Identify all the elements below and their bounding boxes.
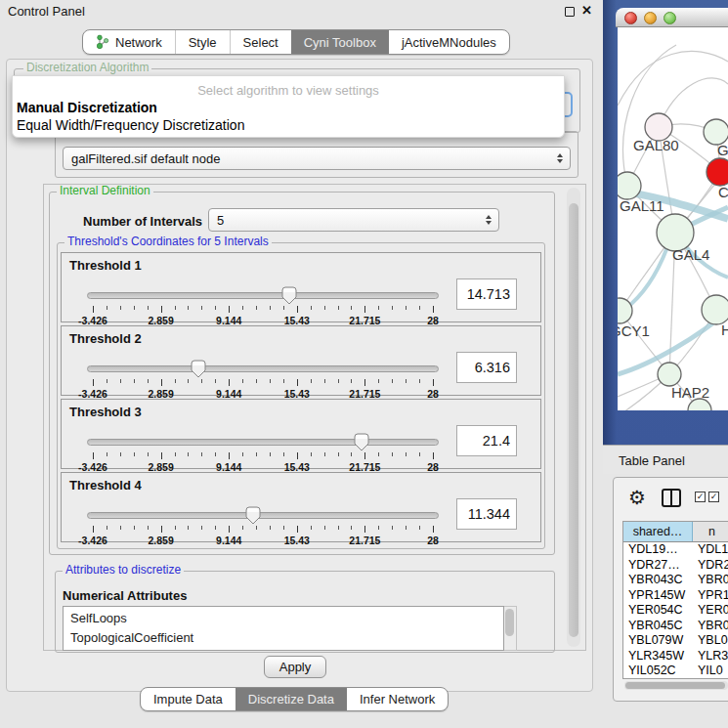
desktop-shadow (603, 0, 617, 445)
network-node[interactable] (707, 158, 728, 186)
threshold-slider[interactable]: -3.4262.8599.14415.4321.71528 (87, 502, 454, 541)
table-body: YDL19…YDL1YDR27…YDR2YBR043CYBR0YPR145WYP… (623, 542, 728, 679)
slider-track[interactable] (87, 512, 439, 519)
scrollbar-thumb[interactable] (505, 609, 514, 636)
tick-mark (93, 379, 94, 386)
scrollbar-thumb[interactable] (625, 682, 725, 689)
mac-zoom-icon[interactable] (664, 12, 676, 24)
threshold-value-field[interactable] (456, 425, 517, 456)
cell-name[interactable]: YBR0 (693, 619, 728, 634)
table-row[interactable]: YPR145WYPR1 (623, 588, 728, 604)
tick-mark (392, 526, 393, 530)
column-header-name[interactable]: n (693, 522, 728, 541)
cell-name[interactable]: YDR2 (693, 558, 728, 574)
tick-label: 21.715 (349, 535, 380, 546)
group-title-discretization-algorithm: Discretization Algorithm (23, 62, 151, 74)
tick-mark (161, 306, 162, 313)
settings-vertical-scrollbar[interactable] (567, 188, 580, 647)
slider-track[interactable] (87, 439, 439, 446)
tick-mark (134, 306, 135, 310)
table-row[interactable]: YDL19…YDL1 (623, 542, 728, 558)
cell-name[interactable]: YDL1 (693, 542, 728, 558)
cell-shared-name[interactable]: YDL19… (623, 542, 693, 558)
popup-option-equal-width-frequency[interactable]: Equal Width/Frequency Discretization (16, 117, 563, 133)
apply-button[interactable]: Apply (264, 656, 326, 678)
cell-name[interactable]: YBL0 (693, 633, 728, 649)
tab-discretize-data[interactable]: Discretize Data (236, 688, 347, 710)
table-row[interactable]: YLR345WYLR3 (623, 649, 728, 664)
tick-mark (419, 452, 420, 456)
cell-name[interactable]: YER0 (693, 603, 728, 619)
float-window-icon[interactable] (565, 7, 575, 17)
cell-shared-name[interactable]: YIL052C (623, 664, 693, 679)
network-canvas[interactable]: GAL80GACGAL11GAL4GCY1HHAP2 (618, 27, 728, 410)
threshold-value-field[interactable] (456, 352, 517, 383)
attribute-list-item[interactable]: BetweennessCentrality (64, 648, 503, 651)
threshold-value-field[interactable] (456, 278, 517, 310)
cell-shared-name[interactable]: YER054C (623, 603, 693, 619)
table-row[interactable]: YBR043CYBR0 (623, 573, 728, 588)
column-view-icon[interactable] (662, 489, 681, 507)
cell-shared-name[interactable]: YBR045C (623, 619, 693, 634)
tab-impute-data[interactable]: Impute Data (141, 688, 236, 710)
slider-thumb[interactable] (281, 286, 297, 305)
threshold-slider[interactable]: -3.4262.8599.14415.4321.71528 (87, 356, 454, 395)
table-row[interactable]: YER054CYER0 (623, 603, 728, 619)
cell-shared-name[interactable]: YBL079W (623, 633, 693, 649)
slider-thumb[interactable] (191, 360, 206, 378)
cell-name[interactable]: YIL0 (693, 664, 728, 679)
attributes-scrollbar[interactable] (504, 606, 517, 651)
threshold-slider[interactable]: -3.4262.8599.14415.4321.71528 (87, 282, 454, 321)
cell-name[interactable]: YLR3 (693, 649, 728, 664)
slider-thumb[interactable] (245, 506, 261, 525)
checkbox-icon-2[interactable]: ✓ (708, 492, 719, 502)
table-row[interactable]: YIL052CYIL0 (623, 664, 728, 679)
network-node[interactable] (618, 298, 632, 323)
tick-mark (201, 452, 202, 456)
tab-network[interactable]: Network (83, 30, 175, 54)
slider-thumb[interactable] (354, 433, 369, 451)
cell-name[interactable]: YBR0 (693, 573, 728, 588)
network-node[interactable] (618, 172, 641, 199)
tick-mark (270, 306, 271, 310)
cell-name[interactable]: YPR1 (693, 588, 728, 604)
tab-style[interactable]: Style (175, 30, 230, 54)
network-node[interactable] (658, 363, 681, 386)
slider-track[interactable] (87, 292, 439, 299)
checkbox-icon-1[interactable]: ✓ (695, 492, 706, 502)
tab-select[interactable]: Select (230, 30, 291, 54)
network-node[interactable] (702, 295, 728, 324)
gear-icon[interactable]: ⚙ (628, 486, 646, 509)
tick-mark (406, 452, 407, 456)
mac-minimize-icon[interactable] (644, 12, 657, 24)
popup-option-manual-discretization[interactable]: Manual Discretization (16, 100, 563, 115)
tick-mark (175, 526, 176, 530)
column-header-shared[interactable]: shared… (623, 522, 693, 541)
tick-mark (188, 306, 189, 310)
attribute-list-item[interactable]: SelfLoops (64, 609, 503, 628)
slider-track[interactable] (87, 365, 439, 372)
cell-shared-name[interactable]: YDR27… (623, 558, 693, 574)
table-row[interactable]: YBR045CYBR0 (623, 619, 728, 634)
table-horizontal-scrollbar[interactable] (624, 681, 728, 690)
number-of-intervals-combobox[interactable]: 5 (208, 208, 499, 232)
cell-shared-name[interactable]: YBR043C (623, 573, 693, 588)
scrollbar-thumb[interactable] (569, 203, 578, 637)
table-row[interactable]: YDR27…YDR2 (623, 558, 728, 574)
table-toolbar: ⚙ ✓ ✓ (622, 486, 728, 513)
table-row[interactable]: YBL079WYBL0 (623, 633, 728, 649)
network-graph[interactable]: GAL80GACGAL11GAL4GCY1HHAP2 (618, 27, 728, 410)
tick-mark (351, 306, 352, 310)
tab-infer-network[interactable]: Infer Network (347, 688, 448, 710)
tab-jactivemnodules[interactable]: jActiveMNodules (389, 30, 509, 54)
mac-close-icon[interactable] (624, 12, 637, 24)
network-window-titlebar[interactable] (616, 8, 728, 27)
table-data-combobox[interactable]: galFiltered.sif default node (63, 147, 571, 170)
cell-shared-name[interactable]: YPR145W (623, 588, 693, 604)
attribute-list-item[interactable]: TopologicalCoefficient (64, 628, 503, 648)
threshold-slider[interactable]: -3.4262.8599.14415.4321.71528 (87, 429, 454, 468)
cell-shared-name[interactable]: YLR345W (623, 649, 693, 664)
close-icon[interactable]: ✕ (581, 3, 592, 18)
tab-cyni-toolbox[interactable]: Cyni Toolbox (291, 30, 389, 54)
threshold-value-field[interactable] (456, 498, 517, 530)
